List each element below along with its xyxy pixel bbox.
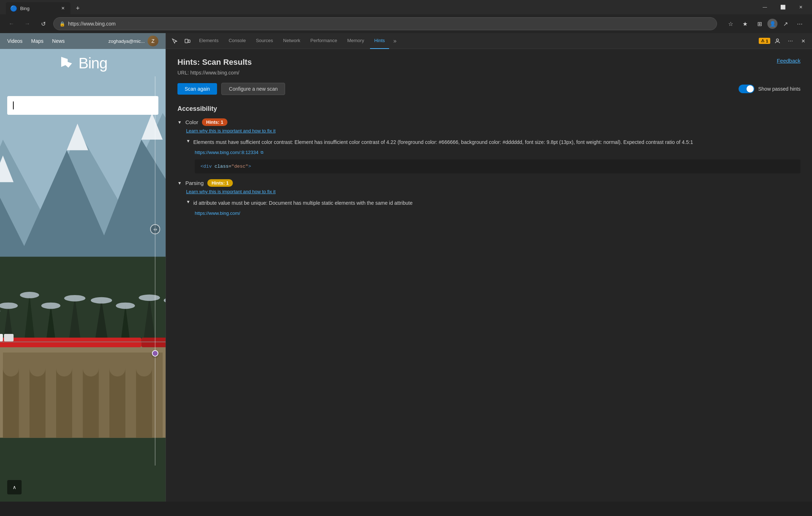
hints-url: URL: https://www.bing.com/ [177, 70, 800, 76]
user-icon [775, 38, 780, 44]
bing-search-box[interactable] [7, 96, 158, 115]
tab-sources[interactable]: Sources [252, 33, 278, 49]
devtools-close-button[interactable]: ✕ [798, 35, 809, 47]
color-hint-code: <div class="desc"> [195, 159, 800, 173]
bing-username: zoghadya@mic... [108, 39, 145, 44]
devtools-user-icon[interactable] [772, 35, 783, 47]
code-equals: = [229, 164, 231, 169]
favorites-icon[interactable]: ☆ [724, 17, 737, 30]
svg-point-25 [116, 303, 135, 309]
bing-logo-text: Bing [78, 55, 107, 72]
nav-videos[interactable]: Videos [7, 38, 23, 44]
main-content: Videos Maps News zoghadya@mic... Z [0, 33, 812, 502]
parsing-hint-header: ▼ id attribute value must be unique: Doc… [186, 199, 800, 207]
svg-rect-35 [56, 368, 72, 438]
forward-button[interactable]: → [22, 18, 33, 30]
minimize-button[interactable]: — [757, 1, 773, 13]
back-button[interactable]: ← [6, 18, 17, 30]
devtools-toolbar: Elements Console Sources Network Perform… [166, 33, 812, 49]
title-bar: 🔵 Bing ✕ + — ⬜ ✕ [0, 0, 812, 14]
parsing-learn-link[interactable]: Learn why this is important and how to f… [186, 189, 800, 194]
security-icon: 🔒 [59, 21, 65, 27]
bing-slider-track: ⇔ [155, 76, 155, 466]
accessibility-section-title: Accessibility [177, 105, 800, 113]
svg-rect-45 [0, 334, 3, 341]
color-hints-badge: Hints: 1 [202, 118, 228, 126]
share-icon[interactable]: ↗ [779, 17, 792, 30]
close-window-button[interactable]: ✕ [793, 1, 809, 13]
color-category: ▼ Color Hints: 1 Learn why this is impor… [177, 118, 800, 173]
warning-badge[interactable]: ⚠ 1 [759, 38, 770, 44]
parsing-category-header: ▼ Parsing Hints: 1 [177, 179, 800, 187]
svg-point-42 [136, 361, 152, 376]
code-val-desc: "desc" [231, 164, 248, 169]
parsing-chevron-icon[interactable]: ▼ [177, 181, 182, 186]
parsing-hint-text: id attribute value must be unique: Docum… [193, 199, 412, 207]
device-icon [185, 38, 190, 44]
svg-point-36 [56, 361, 72, 376]
active-tab[interactable]: 🔵 Bing ✕ [6, 2, 71, 14]
profile-avatar[interactable]: 👤 [767, 19, 777, 29]
parsing-hint-chevron-icon[interactable]: ▼ [186, 199, 190, 204]
svg-point-23 [64, 295, 85, 302]
devtools-more-button[interactable]: ⋯ [785, 35, 796, 47]
show-passed-hints-toggle[interactable]: Show passed hints [739, 85, 800, 93]
new-tab-button[interactable]: + [72, 2, 84, 14]
favorites-bar-icon[interactable]: ★ [739, 17, 752, 30]
bing-background: Bing ⇔ ∧ [0, 33, 166, 502]
color-chevron-icon[interactable]: ▼ [177, 120, 182, 125]
url-bar[interactable]: 🔒 https://www.bing.com [53, 17, 717, 30]
bing-slider-container[interactable]: ⇔ [155, 76, 155, 466]
device-emulation-button[interactable] [182, 35, 193, 47]
configure-scan-button[interactable]: Configure a new scan [221, 83, 285, 95]
window-controls: — ⬜ ✕ [757, 1, 809, 13]
color-hint-chevron-icon[interactable]: ▼ [186, 139, 190, 144]
color-category-name: Color [185, 119, 198, 125]
scroll-down-button[interactable]: ∧ [7, 480, 22, 494]
svg-rect-39 [109, 368, 125, 438]
tab-network[interactable]: Network [279, 33, 305, 49]
url-text: https://www.bing.com [68, 21, 116, 27]
show-passed-label: Show passed hints [758, 86, 800, 92]
svg-rect-48 [185, 39, 188, 43]
tab-favicon: 🔵 [10, 5, 17, 12]
tab-console[interactable]: Console [224, 33, 250, 49]
collections-icon[interactable]: ⊞ [753, 17, 766, 30]
warning-icon: ⚠ [761, 39, 764, 43]
tab-hints[interactable]: Hints [370, 33, 389, 49]
hints-title: Hints: Scan Results [177, 58, 252, 67]
svg-rect-31 [3, 368, 19, 438]
code-attr-class: class [215, 164, 229, 169]
nav-news[interactable]: News [52, 38, 65, 44]
svg-point-21 [20, 292, 39, 298]
slider-handle[interactable]: ⇔ [150, 224, 160, 234]
svg-rect-41 [136, 368, 152, 438]
more-button[interactable]: ⋯ [793, 17, 806, 30]
tab-close-button[interactable]: ✕ [60, 5, 66, 12]
feedback-link[interactable]: Feedback [777, 58, 800, 64]
bing-page: Videos Maps News zoghadya@mic... Z [0, 33, 166, 502]
tab-memory[interactable]: Memory [343, 33, 369, 49]
bing-nav: Videos Maps News zoghadya@mic... Z [0, 33, 166, 49]
bing-avatar[interactable]: Z [148, 36, 158, 46]
parsing-hint-url-text: https://www.bing.com/ [195, 211, 240, 216]
nav-maps[interactable]: Maps [31, 38, 44, 44]
svg-point-26 [139, 294, 160, 301]
tab-performance[interactable]: Performance [306, 33, 341, 49]
more-tabs-button[interactable]: » [391, 33, 399, 49]
refresh-button[interactable]: ↺ [37, 18, 49, 30]
devtools-hints-content: Hints: Scan Results Feedback URL: https:… [166, 49, 812, 502]
toggle-switch[interactable] [739, 85, 754, 93]
tab-elements[interactable]: Elements [195, 33, 223, 49]
bing-user-area: zoghadya@mic... Z [108, 36, 158, 46]
svg-point-38 [83, 361, 99, 376]
color-learn-link[interactable]: Learn why this is important and how to f… [186, 128, 800, 133]
hints-header: Hints: Scan Results Feedback [177, 58, 800, 67]
color-hint-url[interactable]: https://www.bing.com/:8:12334 ⧉ [195, 150, 800, 155]
inspect-element-button[interactable] [169, 35, 180, 47]
scan-again-button[interactable]: Scan again [177, 83, 217, 95]
parsing-hint-url[interactable]: https://www.bing.com/ [195, 211, 800, 216]
svg-rect-33 [30, 368, 45, 438]
maximize-button[interactable]: ⬜ [775, 1, 791, 13]
slider-thumb[interactable] [152, 350, 158, 357]
